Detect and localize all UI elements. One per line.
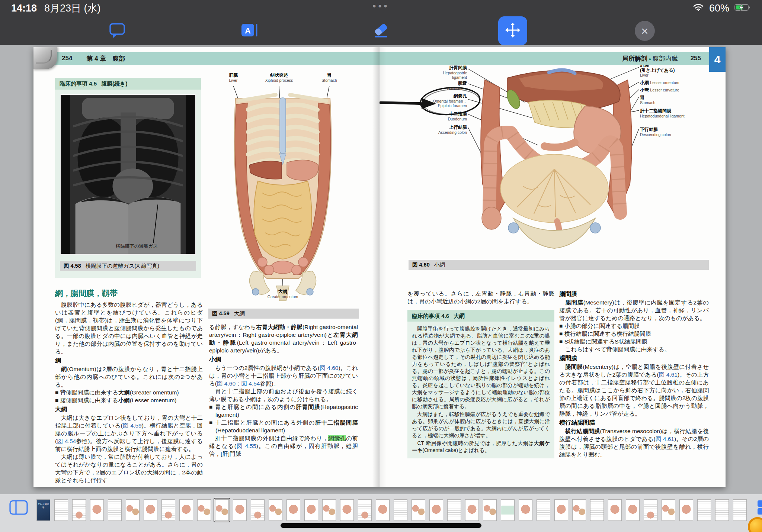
page-thumbnail[interactable] bbox=[392, 498, 409, 522]
left-page-header: 254 第 4 章 腹部 bbox=[33, 52, 380, 65]
page-left: 254 第 4 章 腹部 臨床的事項 4.5 腹膜(続き) bbox=[33, 47, 380, 487]
left-column-2: る静脈，すなわち右胃大網動・静脈(Right gastro-omental ar… bbox=[209, 323, 358, 458]
figure-label-stomach: 胃 Stomach bbox=[314, 72, 344, 83]
text-annotation-button[interactable]: A bbox=[235, 16, 264, 45]
section-breadcrumb: 局所解剖 ● 腹部内臓 bbox=[622, 54, 678, 63]
page-thumbnail[interactable] bbox=[142, 498, 159, 522]
paragraph: これらはすべて背側腸間膜に由来する。 bbox=[559, 345, 709, 353]
xray-image: 横隔膜下の遊離ガス bbox=[60, 94, 196, 255]
figure-label-hepatogastric-ligament: 肝胃間膜 Hepatogastric ligament bbox=[443, 65, 467, 80]
page-thumbnail[interactable] bbox=[535, 498, 552, 522]
page-thumbnail[interactable] bbox=[428, 498, 445, 522]
page-thumbnail[interactable] bbox=[53, 498, 70, 522]
page-thumbnail[interactable] bbox=[731, 498, 748, 522]
close-annotation-button[interactable]: × bbox=[630, 16, 659, 45]
clinical-box-title: 臨床的事項 4.6 大網 bbox=[407, 310, 554, 322]
page-thumbnail[interactable] bbox=[285, 498, 302, 522]
clinical-box-4-6: 臨床的事項 4.6 大網 開腹手術を行って腹膜腔を開けたとき，通常最初にみられる… bbox=[407, 310, 554, 458]
figure-label-greater-omentum: 大網 Greater omentum bbox=[259, 289, 307, 299]
page-thumbnail[interactable] bbox=[589, 498, 605, 522]
page-thumbnail[interactable] bbox=[499, 498, 516, 522]
page-thumbnail[interactable] bbox=[464, 498, 480, 522]
paragraph: 大網は大きなエプロン状をしており，胃の大彎と十二指腸上部に付着している(図 4.… bbox=[55, 414, 203, 453]
page-thumbnail[interactable] bbox=[267, 498, 284, 522]
svg-text:A: A bbox=[245, 26, 251, 35]
page-thumbnail[interactable] bbox=[446, 498, 462, 522]
page-thumbnail[interactable] bbox=[410, 498, 427, 522]
figure-label-duodenum: 十二指腸 Duodenum bbox=[448, 111, 467, 121]
clinical-box-body: 開腹手術を行って腹膜腔を開けたとき，通常最初にみられる構造物が大網である。脂肪と… bbox=[407, 322, 554, 458]
page-thumbnail[interactable] bbox=[231, 498, 248, 522]
page-thumbnail[interactable] bbox=[696, 498, 713, 522]
page-thumbnail[interactable] bbox=[714, 498, 730, 522]
paragraph: もう一つの2層性の腹膜網が小網である(図 4.60)。これは，胃の小彎と十二指腸… bbox=[209, 364, 358, 387]
page-thumbnail[interactable] bbox=[356, 498, 373, 522]
page-thumbnail[interactable] bbox=[678, 498, 695, 522]
page-thumbnail[interactable] bbox=[249, 498, 266, 522]
paragraph: 大網はまた，転移性腫瘍が広がるうえでも重要な組織である。卵巣がんが体腔内に広がる… bbox=[412, 411, 550, 439]
page-thumbnail[interactable] bbox=[517, 498, 534, 522]
page-thumbnail[interactable] bbox=[339, 498, 355, 522]
page-thumbnail[interactable] bbox=[660, 498, 677, 522]
subheading-daimou: 大網 bbox=[55, 406, 203, 413]
comment-tool-button[interactable] bbox=[103, 16, 132, 45]
bullet-item: ■ S状結腸に関連するS状結腸間膜 bbox=[559, 338, 709, 345]
page-thumbnail[interactable] bbox=[481, 498, 498, 522]
grid-view-button[interactable] bbox=[753, 497, 762, 519]
page-thumbnail[interactable] bbox=[553, 498, 570, 522]
figure-label-xiphoid: 剣状突起 Xiphoid process bbox=[260, 72, 298, 83]
page-thumbnail[interactable] bbox=[160, 498, 177, 522]
figure-label-lesser-curvature: 小彎 Lesser curvature bbox=[640, 87, 679, 93]
greater-omentum-illustration bbox=[206, 70, 359, 306]
eraser-tool-button[interactable] bbox=[366, 16, 396, 45]
page-thumbnail[interactable] bbox=[303, 498, 320, 522]
figure-label-ascending-colon: 上行結腸 Ascending colon bbox=[438, 125, 467, 135]
page-thumbnail[interactable]: グレイ解剖学 bbox=[35, 498, 52, 522]
figure-4-59: 肝臓 Liver 剣状突起 Xiphoid process 胃 Stomach … bbox=[206, 70, 359, 306]
paragraph-with-highlight: 肝十二指腸間膜の外側は自由縁で終わり，網嚢孔の前縁となる(図 4.55)。この自… bbox=[209, 434, 358, 458]
home-indicator[interactable] bbox=[281, 523, 481, 528]
figure-4-60-caption: 図 4.60 小網 bbox=[409, 260, 709, 270]
right-column-2: 腸間膜 腸間膜(Mesentery)は，後腹壁に内臓を固定する2葉の腹膜である。… bbox=[559, 289, 709, 458]
page-thumbnail[interactable] bbox=[606, 498, 623, 522]
page-thumbnail[interactable] bbox=[89, 498, 105, 522]
page-thumbnail[interactable] bbox=[642, 498, 659, 522]
bullet-item: ■ 十二指腸と肝臓との間にある外側の肝十二指腸間膜(Hepatoduodenal… bbox=[209, 419, 358, 434]
bullet-item: ■ 小腸の部分に関連する腸間膜 bbox=[559, 322, 709, 330]
subheading-transverse-mesocolon: 横行結腸間膜 bbox=[559, 419, 709, 426]
figure-label-liver: 肝臓 Liver bbox=[218, 72, 248, 83]
left-column-1: 網，腸間膜，靱帯 腹膜腔中にある多数の腹膜ヒダが，器官どうし，あるいは器官と腹壁… bbox=[55, 287, 203, 484]
page-thumbnail[interactable] bbox=[124, 498, 141, 522]
move-tool-button[interactable] bbox=[498, 16, 527, 45]
section-heading: 網，腸間膜，靱帯 bbox=[55, 288, 203, 298]
page-thumbnail[interactable] bbox=[374, 498, 391, 522]
sidebar-toggle-button[interactable] bbox=[7, 497, 30, 519]
clinical-box-4-5: 臨床的事項 4.5 腹膜(続き) bbox=[55, 78, 201, 278]
bullet-item: ■ 背側腸間膜に由来する大網(Greater omentum) bbox=[55, 388, 203, 396]
paragraph: 胃と十二指腸上部の前面および後面を覆う腹膜に続く薄い膜である小網は，次のように分… bbox=[209, 387, 358, 403]
right-page-header: 局所解剖 ● 腹部内臓 255 bbox=[380, 52, 726, 65]
comment-icon bbox=[108, 21, 127, 41]
page-thumbnail[interactable] bbox=[214, 498, 230, 522]
paragraph: 開腹手術を行って腹膜腔を開けたとき，通常最初にみられる構造物が大網である。脂肪と… bbox=[412, 325, 550, 410]
move-icon bbox=[505, 22, 521, 40]
multitask-dots-icon[interactable]: ••• bbox=[372, 0, 389, 12]
figure-label-descending-colon: 下行結腸 Descending colon bbox=[640, 127, 671, 137]
ipad-screen: 14:18 8月23日 (水) ••• 60% bbox=[0, 0, 762, 532]
chapter-tab[interactable]: 4 bbox=[709, 47, 726, 72]
page-thumbnail[interactable] bbox=[571, 498, 587, 522]
page-thumbnail[interactable] bbox=[624, 498, 641, 522]
page-thumbnail[interactable] bbox=[178, 498, 195, 522]
paragraph: 大網は薄い膜で，常に脂肪が付着しており，人によってはそれがかなりの量になることが… bbox=[55, 453, 203, 484]
wifi-icon bbox=[693, 3, 704, 14]
page-thumbnail[interactable] bbox=[196, 498, 212, 522]
text-annotation-icon: A bbox=[240, 21, 259, 41]
chapter-title: 第 4 章 腹部 bbox=[86, 54, 125, 63]
page-thumbnail[interactable] bbox=[321, 498, 337, 522]
figure-4-60: 肝胃間膜 Hepatogastric ligament 胆嚢 Gallbladd… bbox=[400, 58, 705, 258]
page-thumbnail[interactable] bbox=[71, 498, 87, 522]
pdf-viewport[interactable]: 254 第 4 章 腹部 臨床的事項 4.5 腹膜(続き) bbox=[0, 45, 762, 494]
page-thumbnail[interactable] bbox=[106, 498, 123, 522]
subheading-shoumou: 小網 bbox=[209, 356, 358, 363]
subheading-mesentery: 腸間膜 bbox=[559, 290, 709, 298]
